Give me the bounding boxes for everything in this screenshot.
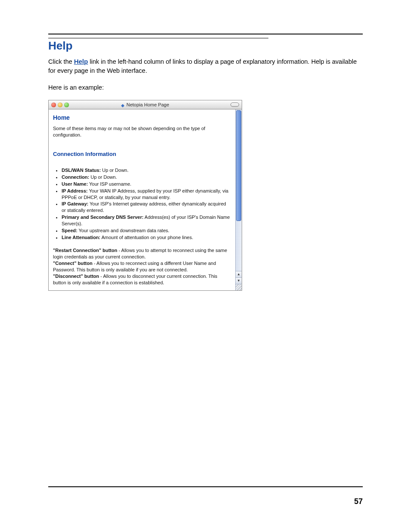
help-link[interactable]: Help	[74, 58, 88, 65]
app-icon: ◆	[121, 103, 125, 108]
footer-rule	[48, 486, 363, 487]
item-label: User Name:	[62, 181, 88, 187]
top-rule	[48, 34, 363, 34]
window-content: Home Some of these items may or may not …	[49, 109, 235, 290]
list-item: DSL/WAN Status: Up or Down.	[62, 167, 231, 174]
item-desc: Amount of attentuation on your phone lin…	[100, 235, 193, 240]
scroll-track[interactable]	[236, 109, 242, 271]
scroll-up-icon[interactable]: ▲	[236, 271, 242, 277]
example-lead: Here is an example:	[48, 83, 363, 92]
item-label: Line Attenuation:	[62, 235, 100, 240]
item-label: DSL/WAN Status:	[62, 168, 101, 173]
connect-btn-label: "Connect" button	[53, 261, 93, 266]
restart-btn-label: "Restart Connection" button	[53, 248, 117, 253]
item-desc: Your ISP username.	[88, 181, 131, 187]
list-item: Primary and Secondary DNS Server: Addres…	[62, 214, 231, 227]
close-icon[interactable]	[51, 103, 56, 107]
list-item: Connection: Up or Down.	[62, 174, 231, 180]
item-label: IP Address:	[62, 188, 88, 193]
list-item: IP Address: Your WAN IP Address, supplie…	[62, 188, 231, 201]
page-number: 57	[354, 497, 363, 506]
home-intro: Some of these items may or may not be sh…	[53, 125, 231, 138]
window-title: Netopia Home Page	[126, 102, 169, 107]
intro-after: link in the left-hand column of links to…	[48, 58, 357, 74]
connection-info-heading: Connection Information	[53, 150, 231, 158]
list-item: User Name: Your ISP username.	[62, 181, 231, 187]
page-title: Help	[48, 39, 363, 53]
scroll-thumb[interactable]	[236, 110, 241, 221]
scrollbar[interactable]: ▲ ▼	[235, 109, 242, 290]
list-item: IP Gateway: Your ISP's Internet gateway …	[62, 201, 231, 214]
resize-handle-icon[interactable]	[236, 284, 242, 290]
item-desc: Up or Down.	[89, 174, 117, 180]
scroll-down-icon[interactable]: ▼	[236, 277, 242, 284]
list-item: Speed: Your upstream and downstream data…	[62, 227, 231, 234]
toolbar-pill-icon[interactable]	[230, 103, 239, 107]
home-heading: Home	[53, 114, 231, 122]
intro-paragraph: Click the Help link in the left-hand col…	[48, 57, 363, 75]
zoom-icon[interactable]	[64, 103, 69, 107]
item-label: Speed:	[62, 228, 78, 233]
section-rule	[48, 38, 268, 38]
disconnect-btn-label: "Disconnect" button	[53, 274, 99, 279]
example-window: ◆Netopia Home Page Home Some of these it…	[48, 100, 242, 290]
list-item: Line Attenuation: Amount of attentuation…	[62, 234, 231, 241]
intro-before: Click the	[48, 58, 74, 65]
item-label: Connection:	[62, 174, 89, 180]
window-titlebar: ◆Netopia Home Page	[49, 100, 242, 109]
connection-info-list: DSL/WAN Status: Up or Down. Connection: …	[62, 167, 231, 240]
traffic-lights	[49, 103, 69, 107]
item-desc: Up or Down.	[101, 168, 128, 173]
item-desc: Your upstream and downstream data rates.	[78, 228, 169, 233]
minimize-icon[interactable]	[58, 103, 62, 107]
item-label: IP Gateway:	[62, 201, 88, 206]
buttons-paragraph: "Restart Connection" button - Allows you…	[53, 247, 231, 286]
item-label: Primary and Secondary DNS Server:	[62, 215, 143, 220]
